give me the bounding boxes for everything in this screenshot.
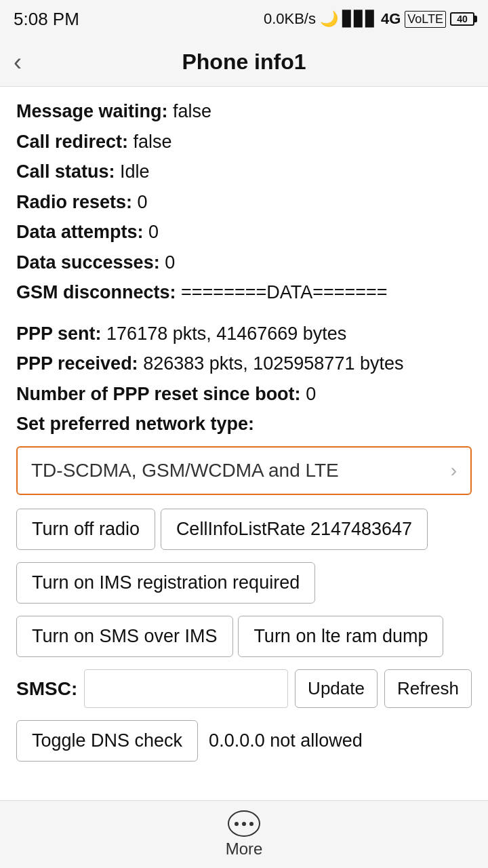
- smsc-input[interactable]: [84, 669, 288, 708]
- turn-on-sms-button[interactable]: Turn on SMS over IMS: [16, 616, 233, 657]
- signal-icon: ▊▊▊: [342, 10, 377, 28]
- ppp-sent-value: 176178 pkts, 41467669 bytes: [106, 323, 346, 344]
- moon-icon: 🌙: [320, 10, 338, 28]
- data-attempts-label: Data attempts:: [16, 222, 144, 242]
- turn-off-radio-button[interactable]: Turn off radio: [16, 509, 155, 550]
- call-redirect-value: false: [134, 132, 172, 152]
- message-waiting-value: false: [173, 101, 211, 121]
- data-attempts-value: 0: [148, 222, 159, 242]
- ppp-reset-value: 0: [306, 384, 316, 404]
- toggle-dns-row: Toggle DNS check 0.0.0.0 not allowed: [16, 720, 472, 762]
- ppp-received-value: 826383 pkts, 1025958771 bytes: [143, 353, 403, 374]
- call-redirect-line: Call redirect: false: [16, 127, 472, 157]
- smsc-row: SMSC: Update Refresh: [16, 669, 472, 708]
- volte-icon: VoLTE: [405, 11, 446, 28]
- gsm-disconnects-value: ========DATA=======: [181, 282, 388, 302]
- gsm-disconnects-line: GSM disconnects: ========DATA=======: [16, 277, 472, 308]
- message-waiting-line: Message waiting: false: [16, 96, 472, 127]
- more-dot-1: [235, 822, 239, 826]
- cell-info-rate-button[interactable]: CellInfoListRate 2147483647: [161, 509, 428, 550]
- bottom-nav: More: [0, 800, 488, 868]
- toggle-dns-button[interactable]: Toggle DNS check: [16, 720, 198, 762]
- data-successes-value: 0: [165, 252, 175, 273]
- ppp-reset-line: Number of PPP reset since boot: 0: [16, 379, 472, 410]
- call-redirect-label: Call redirect:: [16, 132, 128, 152]
- content-area: Message waiting: false Call redirect: fa…: [0, 87, 488, 800]
- ppp-sent-label: PPP sent:: [16, 323, 102, 344]
- smsc-update-button[interactable]: Update: [295, 669, 378, 708]
- smsc-refresh-button[interactable]: Refresh: [384, 669, 472, 708]
- turn-on-lte-button[interactable]: Turn on lte ram dump: [238, 616, 443, 657]
- network-type-selector[interactable]: TD-SCDMA, GSM/WCDMA and LTE ›: [16, 446, 472, 495]
- ppp-reset-label: Number of PPP reset since boot:: [16, 384, 301, 404]
- radio-resets-label: Radio resets:: [16, 192, 132, 212]
- app-header: ‹ Phone info1: [0, 38, 488, 87]
- call-status-label: Call status:: [16, 161, 115, 182]
- status-icons: 0.0KB/s 🌙 ▊▊▊ 4G VoLTE 40: [264, 10, 474, 28]
- page-title: Phone info1: [182, 50, 306, 75]
- status-time: 5:08 PM: [14, 9, 79, 30]
- more-label: More: [226, 840, 263, 859]
- network-type: 4G: [381, 10, 401, 28]
- radio-resets-value: 0: [138, 192, 148, 212]
- ppp-sent-line: PPP sent: 176178 pkts, 41467669 bytes: [16, 319, 472, 349]
- message-waiting-label: Message waiting:: [16, 101, 168, 121]
- turn-on-ims-button[interactable]: Turn on IMS registration required: [16, 562, 315, 604]
- ppp-received-label: PPP received:: [16, 353, 138, 374]
- data-successes-label: Data successes:: [16, 252, 160, 273]
- call-status-line: Call status: Idle: [16, 157, 472, 187]
- more-dot-2: [242, 822, 246, 826]
- chevron-right-icon: ›: [451, 460, 457, 481]
- status-bar: 5:08 PM 0.0KB/s 🌙 ▊▊▊ 4G VoLTE 40: [0, 0, 488, 38]
- gsm-disconnects-label: GSM disconnects:: [16, 282, 176, 302]
- data-successes-line: Data successes: 0: [16, 248, 472, 278]
- smsc-label: SMSC:: [16, 678, 77, 700]
- back-button[interactable]: ‹: [14, 50, 22, 75]
- ppp-received-line: PPP received: 826383 pkts, 1025958771 by…: [16, 349, 472, 379]
- call-status-value: Idle: [120, 161, 150, 182]
- data-attempts-line: Data attempts: 0: [16, 217, 472, 248]
- preferred-network-heading: Set preferred network type:: [16, 414, 254, 434]
- dns-status: 0.0.0.0 not allowed: [209, 730, 363, 751]
- radio-resets-line: Radio resets: 0: [16, 187, 472, 218]
- more-dot-3: [249, 822, 253, 826]
- network-type-text: TD-SCDMA, GSM/WCDMA and LTE: [31, 460, 339, 481]
- more-icon[interactable]: [228, 810, 260, 837]
- network-speed: 0.0KB/s: [264, 10, 316, 28]
- battery-icon: 40: [450, 12, 474, 26]
- preferred-network-label: Set preferred network type:: [16, 409, 472, 439]
